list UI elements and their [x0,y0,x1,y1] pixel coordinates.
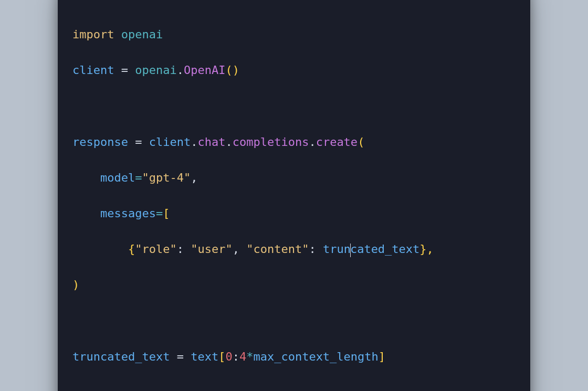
code-line-blank [72,97,516,115]
code-window: import openai client = openai.OpenAI() r… [58,0,530,391]
code-line: truncated_text = text[0:4*max_context_le… [72,348,516,366]
code-line: import openai [72,26,516,44]
variable: response [72,135,128,149]
number-literal: 0 [225,350,232,363]
code-line: {"role": "user", "content": truncated_te… [72,240,516,258]
number-literal: 4 [239,350,246,363]
text-cursor [350,244,351,257]
kwarg: messages [100,207,156,220]
code-line: ) [72,276,516,294]
code-line: messages=[ [72,205,516,223]
code-line: client = openai.OpenAI() [72,61,516,79]
variable: client [72,64,114,77]
keyword-import: import [72,28,114,41]
code-line: response = client.chat.completions.creat… [72,133,516,151]
kwarg: model [100,171,135,184]
variable: truncated_text [72,350,170,363]
string-literal: "gpt-4" [142,171,191,184]
code-line: model="gpt-4", [72,169,516,187]
code-editor[interactable]: import openai client = openai.OpenAI() r… [72,8,516,391]
method-call: create [316,135,358,149]
module-name: openai [121,28,163,41]
class-name: OpenAI [184,64,225,77]
code-line-blank [72,312,516,330]
